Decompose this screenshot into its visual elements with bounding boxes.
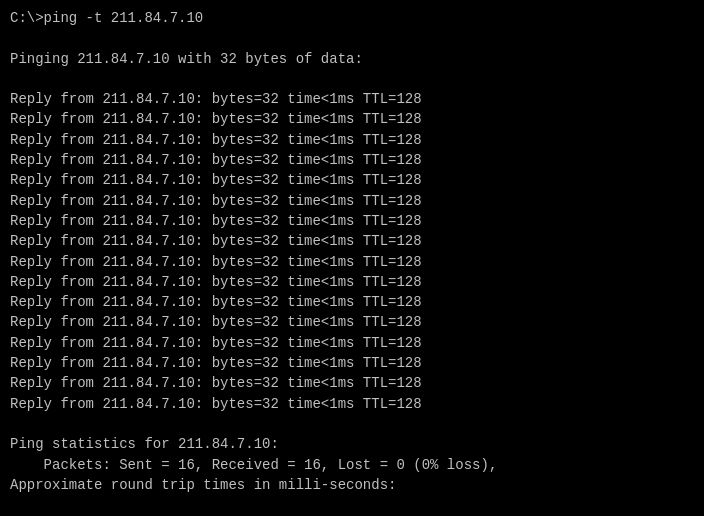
reply-line: Reply from 211.84.7.10: bytes=32 time<1m… [10, 272, 694, 292]
reply-line: Reply from 211.84.7.10: bytes=32 time<1m… [10, 170, 694, 190]
reply-line: Reply from 211.84.7.10: bytes=32 time<1m… [10, 333, 694, 353]
reply-line: Reply from 211.84.7.10: bytes=32 time<1m… [10, 231, 694, 251]
reply-line: Reply from 211.84.7.10: bytes=32 time<1m… [10, 373, 694, 393]
pinging-line: Pinging 211.84.7.10 with 32 bytes of dat… [10, 49, 694, 69]
stats-header: Ping statistics for 211.84.7.10: [10, 434, 694, 454]
terminal-window: C:\>ping -t 211.84.7.10 Pinging 211.84.7… [0, 0, 704, 516]
reply-line: Reply from 211.84.7.10: bytes=32 time<1m… [10, 394, 694, 414]
reply-line: Reply from 211.84.7.10: bytes=32 time<1m… [10, 130, 694, 150]
reply-line: Reply from 211.84.7.10: bytes=32 time<1m… [10, 353, 694, 373]
reply-line: Reply from 211.84.7.10: bytes=32 time<1m… [10, 312, 694, 332]
reply-lines-container: Reply from 211.84.7.10: bytes=32 time<1m… [10, 89, 694, 414]
reply-line: Reply from 211.84.7.10: bytes=32 time<1m… [10, 89, 694, 109]
approx-line: Approximate round trip times in milli-se… [10, 475, 694, 495]
packets-line: Packets: Sent = 16, Received = 16, Lost … [10, 455, 694, 475]
reply-line: Reply from 211.84.7.10: bytes=32 time<1m… [10, 150, 694, 170]
reply-line: Reply from 211.84.7.10: bytes=32 time<1m… [10, 252, 694, 272]
reply-line: Reply from 211.84.7.10: bytes=32 time<1m… [10, 211, 694, 231]
command-line: C:\>ping -t 211.84.7.10 [10, 8, 694, 28]
reply-line: Reply from 211.84.7.10: bytes=32 time<1m… [10, 191, 694, 211]
reply-line: Reply from 211.84.7.10: bytes=32 time<1m… [10, 109, 694, 129]
reply-line: Reply from 211.84.7.10: bytes=32 time<1m… [10, 292, 694, 312]
